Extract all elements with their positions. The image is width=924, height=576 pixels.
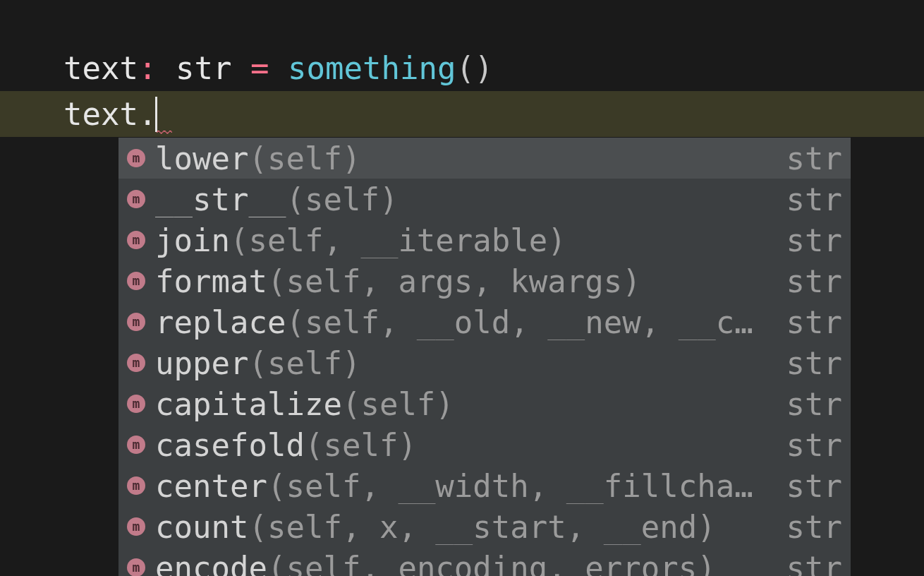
autocomplete-popup[interactable]: mlower(self)strm__str__(self)strmjoin(se…	[118, 138, 851, 576]
completion-params: (self, args, kwargs)	[267, 263, 641, 299]
autocomplete-item[interactable]: mcount(self, x, __start, __end)str	[118, 506, 851, 547]
autocomplete-item[interactable]: mlower(self)str	[118, 138, 851, 179]
code-line-2[interactable]: text.	[0, 91, 924, 137]
method-icon: m	[127, 354, 145, 372]
autocomplete-item[interactable]: m__str__(self)str	[118, 179, 851, 220]
completion-return-type: str	[774, 263, 842, 299]
completion-name: format	[155, 263, 267, 299]
method-icon: m	[127, 272, 145, 290]
method-icon: m	[127, 395, 145, 413]
autocomplete-item[interactable]: mjoin(self, __iterable)str	[118, 220, 851, 260]
completion-name: count	[155, 509, 248, 545]
completion-signature: lower(self)	[155, 140, 774, 176]
completion-return-type: str	[774, 468, 842, 504]
completion-name: lower	[155, 140, 248, 176]
autocomplete-item[interactable]: mcasefold(self)str	[118, 424, 851, 465]
completion-name: upper	[155, 345, 248, 381]
completion-return-type: str	[774, 304, 842, 340]
completion-return-type: str	[774, 509, 842, 545]
completion-signature: encode(self, encoding, errors)	[155, 550, 774, 577]
method-icon: m	[127, 436, 145, 454]
completion-params: (self, __iterable)	[230, 222, 566, 258]
completion-return-type: str	[774, 427, 842, 463]
completion-return-type: str	[774, 222, 842, 258]
code-line-1[interactable]: text: str = something()	[0, 0, 924, 91]
method-icon: m	[127, 190, 145, 208]
token-parens: ()	[456, 50, 493, 86]
method-icon: m	[127, 149, 145, 167]
active-line[interactable]: text. 〰	[0, 91, 924, 137]
autocomplete-item[interactable]: mreplace(self, __old, __new, __c…str	[118, 301, 851, 342]
method-icon: m	[127, 476, 145, 495]
completion-params: (self)	[305, 427, 417, 463]
completion-params: (self)	[248, 140, 360, 176]
completion-params: (self)	[286, 181, 398, 217]
token-variable: text	[63, 96, 138, 132]
autocomplete-item[interactable]: mcapitalize(self)str	[118, 383, 851, 424]
method-icon: m	[127, 517, 145, 536]
completion-signature: __str__(self)	[155, 181, 774, 217]
token-equals: =	[250, 50, 269, 86]
completion-params: (self)	[342, 386, 454, 422]
method-icon: m	[127, 558, 145, 576]
completion-params: (self, __old, __new, __c…	[286, 304, 753, 340]
completion-signature: join(self, __iterable)	[155, 222, 774, 258]
completion-params: (self, x, __start, __end)	[248, 509, 715, 545]
completion-name: casefold	[155, 427, 305, 463]
completion-signature: replace(self, __old, __new, __c…	[155, 304, 774, 340]
completion-name: __str__	[155, 181, 286, 217]
completion-signature: count(self, x, __start, __end)	[155, 509, 774, 545]
completion-params: (self)	[248, 345, 360, 381]
method-icon: m	[127, 313, 145, 331]
error-squiggle-icon: 〰	[157, 130, 168, 137]
autocomplete-item[interactable]: mcenter(self, __width, __fillcha…str	[118, 465, 851, 506]
method-icon: m	[127, 231, 145, 249]
token-variable: text	[63, 50, 138, 86]
token-colon: :	[138, 50, 157, 86]
completion-return-type: str	[774, 345, 842, 381]
completion-signature: upper(self)	[155, 345, 774, 381]
token-dot: .	[138, 96, 157, 132]
completion-params: (self, encoding, errors)	[267, 550, 716, 577]
completion-return-type: str	[774, 550, 842, 577]
autocomplete-item[interactable]: mformat(self, args, kwargs)str	[118, 260, 851, 301]
completion-signature: format(self, args, kwargs)	[155, 263, 774, 299]
token-function: something	[288, 50, 456, 86]
completion-return-type: str	[774, 386, 842, 422]
completion-name: center	[155, 468, 267, 504]
completion-name: join	[155, 222, 230, 258]
autocomplete-item[interactable]: mencode(self, encoding, errors)str	[118, 547, 851, 576]
completion-signature: center(self, __width, __fillcha…	[155, 468, 774, 504]
completion-params: (self, __width, __fillcha…	[267, 468, 753, 504]
completion-return-type: str	[774, 181, 842, 217]
token-type: str	[176, 50, 231, 86]
completion-name: capitalize	[155, 386, 342, 422]
code-editor[interactable]: text: str = something() text. 〰 mlower(s…	[0, 0, 924, 576]
completion-return-type: str	[774, 140, 842, 176]
completion-name: encode	[155, 550, 267, 577]
autocomplete-item[interactable]: mupper(self)str	[118, 342, 851, 383]
completion-signature: casefold(self)	[155, 427, 774, 463]
completion-name: replace	[155, 304, 286, 340]
completion-signature: capitalize(self)	[155, 386, 774, 422]
